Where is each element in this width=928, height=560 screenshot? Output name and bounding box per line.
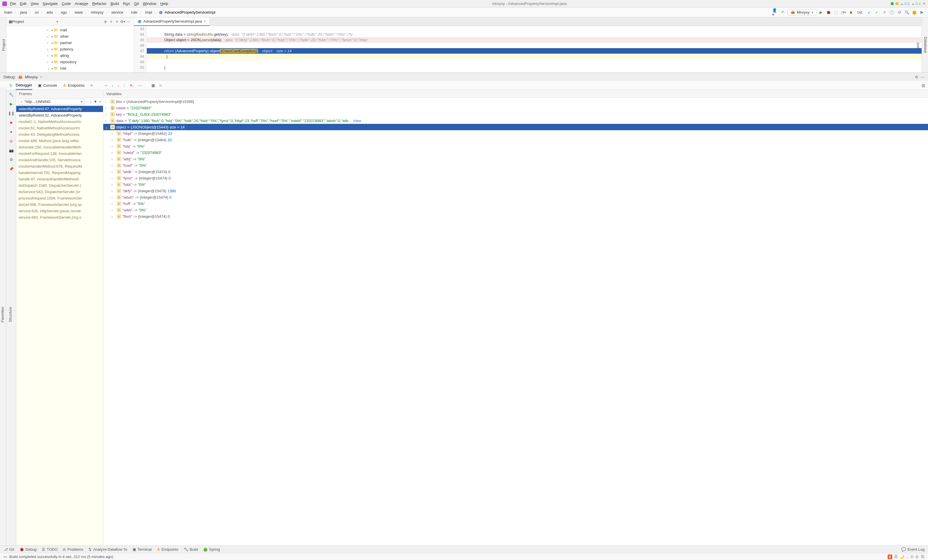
run-to-cursor-icon[interactable]: →ᵢ (137, 83, 142, 88)
debug-icon[interactable]: 🐞 (825, 9, 832, 16)
git-update-icon[interactable]: ↙ (866, 9, 872, 16)
play-color-icon[interactable] (919, 9, 925, 16)
frame-row[interactable]: invoke:62, NativeMethodAccessorIm (16, 125, 103, 131)
frame-row[interactable]: invokeForRequest:138, InvocableHan (16, 151, 103, 157)
tw-todo[interactable]: ☰TODO (42, 547, 58, 552)
pin-icon[interactable]: 📌 (8, 166, 15, 172)
stop-icon[interactable]: ■ (8, 119, 15, 125)
run-icon[interactable]: ▶ (818, 9, 824, 16)
collapse-icon[interactable]: ≡ (114, 20, 120, 24)
frame-row[interactable]: invoke0:-1, NativeMethodAccessorIm (16, 119, 103, 125)
more-icon[interactable]: ≡ (90, 83, 93, 88)
menu-window[interactable]: Window (143, 2, 156, 6)
tw-dataflow[interactable]: ⇅Analyze Dataflow To (89, 547, 127, 552)
tree-node-qiling[interactable]: ›▸📁qiling (6, 52, 134, 59)
add-icon[interactable]: + (99, 99, 101, 104)
var-row[interactable]: ›≡data = "{"dkfy":1380,"fbsh":0,"fsbj":"… (103, 117, 928, 124)
step-out-icon[interactable]: ↑ (123, 83, 125, 88)
trace-icon[interactable]: ≋ (159, 83, 162, 88)
tree-node-potency[interactable]: ›▸📁potency (6, 46, 134, 52)
frame-row[interactable]: doService:943, DispatcherServlet (or (16, 189, 103, 195)
var-row[interactable]: ⌄≡object = {JSONObject@15443} size = 14 (103, 124, 928, 130)
rerun-icon[interactable]: ↻ (9, 83, 12, 88)
var-row[interactable]: ›≡"roleId" -> "232074983" (103, 150, 928, 156)
tw-terminal[interactable]: ▣Terminal (133, 547, 152, 552)
stop-icon[interactable]: ■ (848, 9, 854, 16)
editor-tab[interactable]: C AdvancedPropertyServiceImpl.java × (134, 17, 210, 26)
ide-icon[interactable]: ⬤ (911, 9, 917, 16)
tw-git[interactable]: ⎇Git (3, 547, 14, 552)
var-row[interactable]: ›≡this = {AdvancedPropertyServiceImpl@15… (103, 98, 928, 105)
tw-problems[interactable]: ⊘Problems (63, 547, 83, 552)
tree-node-role[interactable]: ⌄▸📁role (6, 65, 134, 71)
search-icon[interactable]: 🔍 (904, 9, 910, 16)
resume-icon[interactable]: ▶ (8, 101, 15, 107)
run-config-select[interactable]: 🦀 Mhxysy ▾ (787, 9, 817, 15)
variables-tree[interactable]: ›≡this = {AdvancedPropertyServiceImpl@15… (103, 98, 928, 545)
menu-run[interactable]: Run (123, 2, 130, 6)
frame-row[interactable]: handle:87, AbstractHandlerMethodA (16, 176, 103, 182)
structure-tool-tab[interactable]: Structure (8, 305, 13, 324)
var-row[interactable]: ›≡"fsdk" -> {Integer@15464} 20 (103, 137, 928, 143)
tw-endpoints[interactable]: ⋔Endpoints (157, 547, 179, 552)
menu-build[interactable]: Build (110, 2, 119, 6)
frame-row[interactable]: doInvoke:190, InvocableHandlerMeth (16, 144, 103, 151)
coverage-icon[interactable]: ⬚ (833, 9, 839, 16)
expand-icon[interactable]: ≡ (108, 20, 114, 24)
drop-frame-icon[interactable]: ✕ᵢ (130, 83, 133, 88)
frame-row[interactable]: doDispatch:1040, DispatcherServlet ( (16, 182, 103, 189)
code-area[interactable]: 4344454647484950 String data = stringRed… (134, 26, 922, 73)
pause-icon[interactable]: ❚❚ (8, 110, 15, 116)
filter-icon[interactable]: ▼ (94, 99, 98, 104)
camera-icon[interactable]: 📷 (8, 147, 15, 153)
close-tab-icon[interactable]: × (204, 19, 206, 23)
menu-navigate[interactable]: Navigate (43, 2, 58, 6)
back-icon[interactable]: ↶ (780, 9, 786, 16)
frame-row[interactable]: handleInternal:792, RequestMapping (16, 169, 103, 176)
frame-row[interactable]: invoke:43, DelegatingMethodAccess (16, 131, 103, 138)
tree-node-mall[interactable]: ›▸📁mall (6, 27, 134, 33)
var-row[interactable]: ›≡"fskb" -> "0%" (103, 181, 928, 188)
frame-row[interactable]: invokeHandlerMethod:878, RequestM (16, 163, 103, 169)
settings-icon[interactable]: ⚙ (8, 156, 15, 163)
tab-console[interactable]: ▣Console (38, 81, 57, 90)
menu-code[interactable]: Code (62, 2, 71, 6)
tw-spring[interactable]: ⬤Spring (203, 547, 220, 552)
frames-list[interactable]: selectByRoleId:47, AdvancedPropertyselec… (16, 106, 103, 545)
evaluate-icon[interactable]: ▦ (151, 83, 155, 88)
menu-file[interactable]: File (10, 2, 16, 6)
close-icon[interactable]: ✕ (922, 2, 926, 6)
gear-icon[interactable]: ⚙ (915, 75, 919, 79)
frame-row[interactable]: service:883, FrameworkServlet (org.s (16, 214, 103, 221)
menu-view[interactable]: View (31, 2, 38, 6)
var-row[interactable]: ›≡"hsff" -> "0%" (103, 200, 928, 207)
locate-icon[interactable]: ⊕ (102, 20, 108, 24)
breakpoints-icon[interactable]: ● (8, 128, 15, 135)
tree-node-other[interactable]: ›▸📁other (6, 33, 134, 40)
user-icon[interactable]: 👤▾ (772, 9, 778, 16)
tw-build[interactable]: 🔨Build (184, 547, 198, 552)
var-row[interactable]: ›≡"wbsh" -> {Integer@15474} 0 (103, 194, 928, 200)
var-row[interactable]: ›≡"wldk" -> {Integer@15474} 0 (103, 168, 928, 175)
frame-row[interactable]: doGet:898, FrameworkServlet (org.sp (16, 201, 103, 208)
var-row[interactable]: ›≡"wlbj" -> "0%" (103, 156, 928, 162)
wrench-icon[interactable]: 🔧 (8, 92, 15, 98)
favorites-tool-tab[interactable]: Favorites (0, 305, 5, 324)
tab-endpoints[interactable]: ⋔Endpoints (63, 81, 85, 90)
frame-row[interactable]: selectByRoleId:47, AdvancedProperty (16, 106, 103, 112)
prev-frame-icon[interactable]: ↑ (87, 99, 89, 104)
project-tool-tab[interactable]: Project (1, 37, 6, 53)
var-row[interactable]: ›≡"fymz" -> {Integer@15474} 0 (103, 175, 928, 181)
menu-help[interactable]: Help (160, 2, 168, 6)
tw-eventlog[interactable]: 💬Event Log (901, 547, 925, 552)
frame-row[interactable]: selectByRoleId:32, AdvancedProperty (16, 112, 103, 119)
next-frame-icon[interactable]: ↓ (90, 99, 92, 104)
menu-git[interactable]: Git (134, 2, 139, 6)
var-row[interactable]: ›≡"fbsh" -> {Integer@15474} 0 (103, 213, 928, 220)
ime-indicator[interactable]: S 英🌙٠,Ω全简 (888, 554, 925, 559)
tree-node-repository[interactable]: ›▸📁repository (6, 59, 134, 65)
menu-edit[interactable]: Edit (20, 2, 26, 6)
menu-analyze[interactable]: Analyze (75, 2, 88, 6)
layout-icon[interactable]: ▥ (922, 83, 925, 88)
step-over-icon[interactable]: ⤻ (104, 83, 107, 88)
